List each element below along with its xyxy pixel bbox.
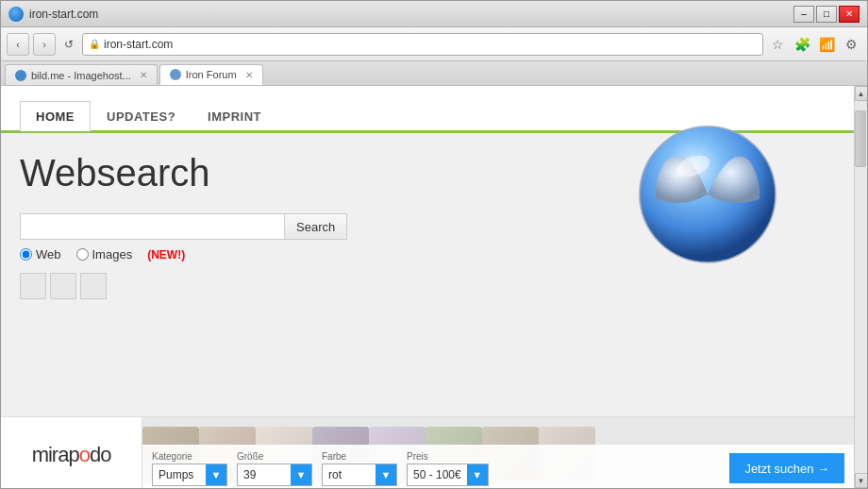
browser-icon xyxy=(8,7,24,22)
search-button[interactable]: Search xyxy=(284,213,347,240)
tools-icon[interactable]: ⚙ xyxy=(841,34,861,55)
search-input[interactable] xyxy=(20,213,284,240)
scroll-vertical-track[interactable] xyxy=(855,101,867,473)
forward-button[interactable]: › xyxy=(33,33,56,56)
logo-sphere xyxy=(637,124,778,265)
window-frame: iron-start.com – □ ✕ ‹ › ↺ 🔒 iron-start.… xyxy=(0,0,868,489)
page-content: HOME UPDATES? IMPRINT xyxy=(1,86,854,488)
title-bar: iron-start.com – □ ✕ xyxy=(1,1,867,27)
tab-ironforum[interactable]: Iron Forum ✕ xyxy=(159,64,263,85)
filter-farbe: Farbe rot ▼ xyxy=(322,451,397,486)
scroll-up-button[interactable]: ▲ xyxy=(855,86,868,101)
radio-web-label: Web xyxy=(36,247,61,261)
tab-close-bildme[interactable]: ✕ xyxy=(140,70,147,80)
back-button[interactable]: ‹ xyxy=(7,33,29,56)
scroll-down-button[interactable]: ▼ xyxy=(855,473,868,488)
small-boxes xyxy=(20,273,835,299)
reload-button[interactable]: ↺ xyxy=(59,33,78,56)
filter-kategorie: Kategorie Pumps ▼ xyxy=(152,451,227,486)
tab-favicon-ironforum xyxy=(170,69,181,80)
filter-kategorie-select[interactable]: Pumps ▼ xyxy=(152,464,227,486)
tab-favicon-bildme xyxy=(15,70,26,81)
address-right-icons: ☆ 🧩 📶 ⚙ xyxy=(767,34,861,55)
nav-tab-home[interactable]: HOME xyxy=(20,101,91,131)
signal-icon: 📶 xyxy=(816,34,837,55)
close-button[interactable]: ✕ xyxy=(839,6,860,23)
small-box-3 xyxy=(80,273,107,299)
small-box-1 xyxy=(20,273,46,299)
scrollbar-right: ▲ ▼ xyxy=(854,86,867,488)
tab-label-ironforum: Iron Forum xyxy=(186,69,237,80)
logo-text-part2: do xyxy=(90,443,110,467)
radio-images-label: Images xyxy=(92,247,133,261)
filter-farbe-val: rot xyxy=(323,468,376,481)
filter-groesse-label: Größe xyxy=(237,451,312,462)
window-title: iron-start.com xyxy=(29,8,98,21)
title-bar-left: iron-start.com xyxy=(8,7,98,22)
logo-text-part1: mirap xyxy=(32,443,79,467)
nav-tab-imprint[interactable]: IMPRINT xyxy=(192,101,277,131)
filter-farbe-label: Farbe xyxy=(322,451,397,462)
extension-icon[interactable]: 🧩 xyxy=(792,34,812,55)
scroll-vertical-thumb[interactable] xyxy=(855,110,866,167)
shoes-area: Kategorie Pumps ▼ Größe 39 ▼ xyxy=(142,417,854,488)
filter-kategorie-label: Kategorie xyxy=(152,451,227,462)
filter-preis-select[interactable]: 50 - 100€ ▼ xyxy=(407,464,489,486)
maximize-button[interactable]: □ xyxy=(816,6,837,23)
filter-groesse: Größe 39 ▼ xyxy=(237,451,312,486)
url-lock-icon: 🔒 xyxy=(89,39,100,49)
tab-label-bildme: bild.me - Imagehost... xyxy=(31,70,131,81)
small-box-2 xyxy=(50,273,76,299)
filter-kategorie-val: Pumps xyxy=(153,468,206,481)
filter-groesse-select[interactable]: 39 ▼ xyxy=(237,464,312,486)
tab-bar: bild.me - Imagehost... ✕ Iron Forum ✕ xyxy=(1,61,867,86)
url-bar[interactable]: 🔒 iron-start.com xyxy=(82,33,763,56)
bottom-banner: mirapodo xyxy=(1,416,854,488)
filter-farbe-arrow[interactable]: ▼ xyxy=(376,464,396,485)
filter-preis-label: Preis xyxy=(407,451,489,462)
filter-preis-arrow[interactable]: ▼ xyxy=(467,464,488,485)
new-badge: (NEW!) xyxy=(147,248,185,261)
radio-web[interactable]: Web xyxy=(20,247,61,261)
filter-groesse-arrow[interactable]: ▼ xyxy=(291,464,311,485)
filter-preis-val: 50 - 100€ xyxy=(408,468,467,481)
window-controls: – □ ✕ xyxy=(793,6,860,23)
logo-dot: o xyxy=(79,443,90,467)
main-area: Websearch Search Web Image xyxy=(1,133,854,416)
mirapodo-logo: mirapodo xyxy=(1,417,142,488)
tab-close-ironforum[interactable]: ✕ xyxy=(245,70,253,80)
filter-preis: Preis 50 - 100€ ▼ xyxy=(407,451,489,486)
browser-content: HOME UPDATES? IMPRINT xyxy=(1,86,867,488)
tab-bildme[interactable]: bild.me - Imagehost... ✕ xyxy=(5,64,158,85)
filter-farbe-select[interactable]: rot ▼ xyxy=(322,464,397,486)
filter-groesse-val: 39 xyxy=(238,468,291,481)
minimize-button[interactable]: – xyxy=(793,6,814,23)
jetzt-suchen-button[interactable]: Jetzt suchen → xyxy=(729,453,844,483)
nav-tab-updates[interactable]: UPDATES? xyxy=(91,101,192,131)
filter-kategorie-arrow[interactable]: ▼ xyxy=(206,464,226,485)
bookmark-icon[interactable]: ☆ xyxy=(767,34,788,55)
address-bar: ‹ › ↺ 🔒 iron-start.com ☆ 🧩 📶 ⚙ xyxy=(1,27,867,61)
url-text: iron-start.com xyxy=(104,38,173,51)
filter-overlay: Kategorie Pumps ▼ Größe 39 ▼ xyxy=(142,445,854,488)
radio-images[interactable]: Images xyxy=(76,247,133,261)
